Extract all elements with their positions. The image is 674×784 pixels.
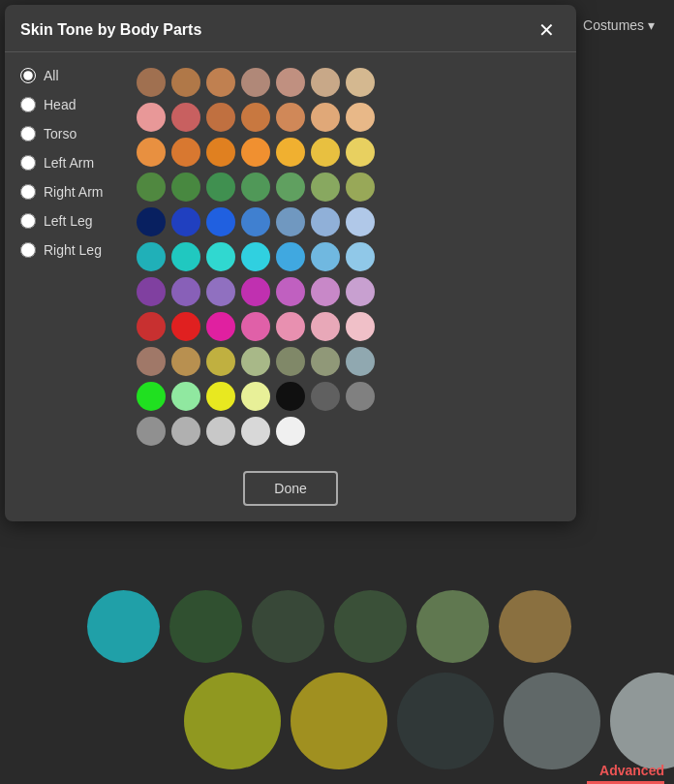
radio-right-leg[interactable]: [20, 242, 36, 258]
radio-left-leg[interactable]: [20, 213, 36, 229]
color-swatch-0-6[interactable]: [346, 68, 375, 97]
color-swatch-7-3[interactable]: [241, 312, 270, 341]
color-swatch-0-2[interactable]: [206, 68, 235, 97]
color-swatch-2-4[interactable]: [276, 138, 305, 167]
color-swatch-0-0[interactable]: [137, 68, 166, 97]
color-swatch-8-4[interactable]: [276, 347, 305, 376]
color-swatch-5-6[interactable]: [346, 242, 375, 271]
color-swatch-0-4[interactable]: [276, 68, 305, 97]
color-swatch-0-1[interactable]: [171, 68, 200, 97]
color-swatch-9-2[interactable]: [206, 382, 235, 411]
color-swatch-10-4[interactable]: [276, 417, 305, 446]
radio-item-right-leg[interactable]: Right Leg: [20, 242, 117, 258]
color-swatch-4-4[interactable]: [276, 207, 305, 236]
color-swatch-5-1[interactable]: [171, 242, 200, 271]
color-swatch-6-6[interactable]: [346, 277, 375, 306]
radio-item-head[interactable]: Head: [20, 97, 117, 112]
color-swatch-2-5[interactable]: [311, 138, 340, 167]
radio-item-left-leg[interactable]: Left Leg: [20, 213, 117, 229]
radio-left-arm[interactable]: [20, 155, 36, 171]
color-swatch-10-3[interactable]: [241, 417, 270, 446]
color-swatch-9-4[interactable]: [276, 382, 305, 411]
color-swatch-1-1[interactable]: [171, 103, 200, 132]
color-swatch-3-4[interactable]: [276, 172, 305, 202]
color-swatch-6-5[interactable]: [311, 277, 340, 306]
bg-circle-row2-2: [397, 673, 494, 769]
bg-circle-row2-3: [504, 673, 600, 769]
color-swatch-8-6[interactable]: [346, 347, 375, 376]
color-swatch-1-4[interactable]: [276, 103, 305, 132]
color-swatch-10-2[interactable]: [206, 417, 235, 446]
color-swatch-6-2[interactable]: [206, 277, 235, 306]
color-swatch-2-0[interactable]: [137, 138, 166, 167]
color-swatch-1-6[interactable]: [346, 103, 375, 132]
color-swatch-0-3[interactable]: [241, 68, 270, 97]
radio-all[interactable]: [20, 68, 36, 83]
color-swatch-4-0[interactable]: [137, 207, 166, 236]
modal-header: Skin Tone by Body Parts ✕: [5, 5, 576, 52]
color-swatch-8-0[interactable]: [137, 347, 166, 376]
color-swatch-3-0[interactable]: [137, 172, 166, 202]
color-swatch-8-2[interactable]: [206, 347, 235, 376]
modal-body: AllHeadTorsoLeft ArmRight ArmLeft LegRig…: [5, 52, 576, 461]
color-swatch-4-6[interactable]: [346, 207, 375, 236]
color-swatch-7-6[interactable]: [346, 312, 375, 341]
color-swatch-6-0[interactable]: [137, 277, 166, 306]
color-swatch-3-5[interactable]: [311, 172, 340, 202]
color-swatch-0-5[interactable]: [311, 68, 340, 97]
radio-label-right-leg: Right Leg: [44, 242, 102, 258]
color-swatch-8-5[interactable]: [311, 347, 340, 376]
color-swatch-9-6[interactable]: [346, 382, 375, 411]
color-swatch-2-3[interactable]: [241, 138, 270, 167]
color-swatch-6-4[interactable]: [276, 277, 305, 306]
color-swatch-9-3[interactable]: [241, 382, 270, 411]
radio-right-arm[interactable]: [20, 184, 36, 200]
color-swatch-4-1[interactable]: [171, 207, 200, 236]
color-swatch-4-3[interactable]: [241, 207, 270, 236]
color-swatch-2-2[interactable]: [206, 138, 235, 167]
color-swatch-9-1[interactable]: [171, 382, 200, 411]
modal-footer: Done: [5, 461, 576, 521]
radio-item-all[interactable]: All: [20, 68, 117, 83]
color-swatch-5-0[interactable]: [137, 242, 166, 271]
color-swatch-10-1[interactable]: [171, 417, 200, 446]
color-swatch-3-6[interactable]: [346, 172, 375, 202]
close-button[interactable]: ✕: [533, 18, 561, 42]
color-swatch-3-2[interactable]: [206, 172, 235, 202]
radio-head[interactable]: [20, 97, 36, 112]
color-swatch-3-1[interactable]: [171, 172, 200, 202]
color-swatch-5-3[interactable]: [241, 242, 270, 271]
radio-item-torso[interactable]: Torso: [20, 126, 117, 141]
color-swatch-1-5[interactable]: [311, 103, 340, 132]
radio-item-right-arm[interactable]: Right Arm: [20, 184, 117, 200]
color-swatch-1-2[interactable]: [206, 103, 235, 132]
color-swatch-3-3[interactable]: [241, 172, 270, 202]
radio-item-left-arm[interactable]: Left Arm: [20, 155, 117, 171]
color-swatch-1-0[interactable]: [137, 103, 166, 132]
color-swatch-9-0[interactable]: [137, 382, 166, 411]
color-swatch-4-2[interactable]: [206, 207, 235, 236]
color-swatch-7-2[interactable]: [206, 312, 235, 341]
radio-torso[interactable]: [20, 126, 36, 141]
bg-circle-row1-3: [334, 590, 407, 663]
color-swatch-1-3[interactable]: [241, 103, 270, 132]
done-button[interactable]: Done: [243, 471, 337, 506]
color-swatch-8-3[interactable]: [241, 347, 270, 376]
color-swatch-6-1[interactable]: [171, 277, 200, 306]
color-swatch-7-1[interactable]: [171, 312, 200, 341]
color-swatch-7-4[interactable]: [276, 312, 305, 341]
color-swatch-8-1[interactable]: [171, 347, 200, 376]
color-swatch-5-2[interactable]: [206, 242, 235, 271]
radio-label-left-leg: Left Leg: [44, 213, 93, 229]
color-swatch-9-5[interactable]: [311, 382, 340, 411]
color-swatch-10-0[interactable]: [137, 417, 166, 446]
color-swatch-2-6[interactable]: [346, 138, 375, 167]
color-swatch-5-4[interactable]: [276, 242, 305, 271]
color-swatch-2-1[interactable]: [171, 138, 200, 167]
color-swatch-6-3[interactable]: [241, 277, 270, 306]
color-swatch-4-5[interactable]: [311, 207, 340, 236]
modal-title: Skin Tone by Body Parts: [20, 21, 201, 39]
color-swatch-5-5[interactable]: [311, 242, 340, 271]
color-swatch-7-0[interactable]: [137, 312, 166, 341]
color-swatch-7-5[interactable]: [311, 312, 340, 341]
